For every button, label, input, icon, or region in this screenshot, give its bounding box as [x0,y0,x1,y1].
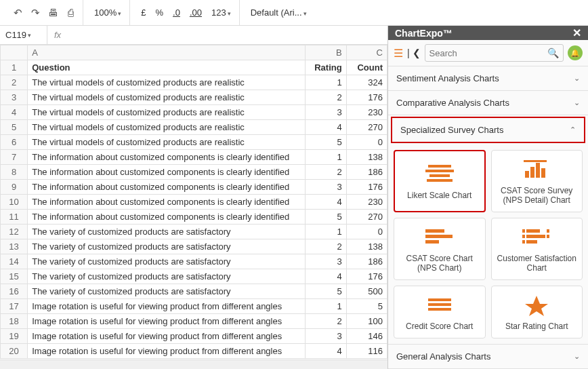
search-icon[interactable]: 🔍 [547,47,559,58]
close-icon[interactable]: ✕ [572,26,581,39]
cell[interactable]: Count [346,60,387,75]
cell[interactable]: 2 [306,90,346,105]
cell[interactable]: 230 [346,105,387,120]
cell[interactable]: 0 [346,135,387,150]
cell[interactable]: 230 [346,195,387,210]
cell[interactable]: 1 [306,75,346,90]
cell[interactable]: 5 [306,210,346,225]
redo-button[interactable]: ↷ [27,5,43,21]
chart-credit-score[interactable]: Credit Score Chart [394,286,486,338]
chart-csat-nps[interactable]: CSAT Score Chart (NPS Chart) [394,218,486,280]
cell[interactable]: 4 [306,269,346,284]
chart-star-rating[interactable]: Star Rating Chart [491,286,583,338]
cell[interactable]: The variety of customized products are s… [28,239,306,254]
cell[interactable]: 100 [346,314,387,329]
row-header[interactable]: 3 [1,90,28,105]
cell[interactable]: 4 [306,120,346,135]
section-sentiment[interactable]: Sentiment Analysis Charts⌄ [388,66,588,91]
chart-customer-satisfaction[interactable]: Customer Satisfaction Chart [491,218,583,280]
cell[interactable]: The variety of customized products are s… [28,254,306,269]
cell[interactable]: 2 [306,165,346,180]
font-dropdown[interactable]: Default (Ari...▾ [247,7,311,18]
section-general[interactable]: General Analysis Charts⌄ [388,345,588,369]
cell[interactable]: 5 [346,299,387,314]
cell[interactable]: Question [28,60,306,75]
cell[interactable]: The variety of customized products are s… [28,284,306,299]
cell[interactable]: 146 [346,329,387,344]
row-header[interactable]: 8 [1,165,28,180]
row-header[interactable]: 20 [1,344,28,359]
cell[interactable]: 186 [346,254,387,269]
cell[interactable]: 176 [346,90,387,105]
cell[interactable]: The virtual models of customized product… [28,90,306,105]
cell[interactable]: 176 [346,180,387,195]
cell[interactable]: 1 [306,299,346,314]
cell[interactable]: 5 [306,135,346,150]
cell[interactable]: The information about customized compone… [28,195,306,210]
col-header-a[interactable]: A [28,45,306,60]
row-header[interactable]: 18 [1,314,28,329]
search-input[interactable] [429,48,547,58]
cell[interactable]: Image rotation is useful for viewing pro… [28,314,306,329]
cell[interactable]: 186 [346,165,387,180]
cell[interactable]: 3 [306,329,346,344]
search-box[interactable]: 🔍 [425,44,564,62]
cell[interactable]: 1 [306,225,346,239]
cell[interactable]: 138 [346,239,387,254]
more-formats-dropdown[interactable]: 123▾ [207,7,235,18]
back-button[interactable]: | ❮ [407,47,421,58]
print-button[interactable]: 🖶 [45,5,61,21]
cell[interactable]: 2 [306,314,346,329]
cell[interactable]: The variety of customized products are s… [28,269,306,284]
chart-likert-scale[interactable]: Likert Scale Chart [394,150,486,212]
section-comparative[interactable]: Comparative Analysis Charts⌄ [388,91,588,115]
cell[interactable]: 3 [306,105,346,120]
row-header[interactable]: 11 [1,210,28,225]
grid[interactable]: A B C 1QuestionRatingCount2The virtual m… [0,45,387,360]
currency-button[interactable]: £ [137,7,150,18]
increase-decimal-button[interactable]: .00 [186,7,206,18]
col-header-b[interactable]: B [306,45,346,60]
row-header[interactable]: 16 [1,284,28,299]
cell[interactable]: Image rotation is useful for viewing pro… [28,344,306,359]
cell[interactable]: 270 [346,120,387,135]
cell[interactable]: 324 [346,75,387,90]
cell[interactable]: 4 [306,195,346,210]
menu-icon[interactable]: ☰ [394,47,403,60]
row-header[interactable]: 14 [1,254,28,269]
formula-input[interactable] [68,30,387,40]
cell[interactable]: 138 [346,150,387,165]
row-header[interactable]: 6 [1,135,28,150]
cell[interactable]: 3 [306,254,346,269]
row-header[interactable]: 19 [1,329,28,344]
cell[interactable]: The virtual models of customized product… [28,135,306,150]
cell[interactable]: 116 [346,344,387,359]
percent-button[interactable]: % [151,7,167,18]
row-header[interactable]: 7 [1,150,28,165]
row-header[interactable]: 1 [1,60,28,75]
cell[interactable]: The information about customized compone… [28,210,306,225]
row-header[interactable]: 15 [1,269,28,284]
cell[interactable]: 500 [346,284,387,299]
corner-cell[interactable] [1,45,28,60]
cell[interactable]: The virtual models of customized product… [28,75,306,90]
paint-format-button[interactable]: ⎙ [62,5,79,21]
decrease-decimal-button[interactable]: .0 [169,7,184,18]
cell[interactable]: The information about customized compone… [28,180,306,195]
cell[interactable]: The information about customized compone… [28,150,306,165]
horizontal-scrollbar[interactable] [0,360,387,369]
col-header-c[interactable]: C [346,45,387,60]
cell[interactable]: 0 [346,225,387,239]
cell[interactable]: The virtual models of customized product… [28,105,306,120]
row-header[interactable]: 9 [1,180,28,195]
cell[interactable]: 4 [306,344,346,359]
cell[interactable]: 5 [306,284,346,299]
cell[interactable]: 1 [306,150,346,165]
cell-reference[interactable]: C119 ▾ [0,26,47,44]
row-header[interactable]: 13 [1,239,28,254]
cell[interactable]: 3 [306,180,346,195]
row-header[interactable]: 4 [1,105,28,120]
row-header[interactable]: 2 [1,75,28,90]
cell[interactable]: Image rotation is useful for viewing pro… [28,299,306,314]
undo-button[interactable]: ↶ [9,5,26,21]
